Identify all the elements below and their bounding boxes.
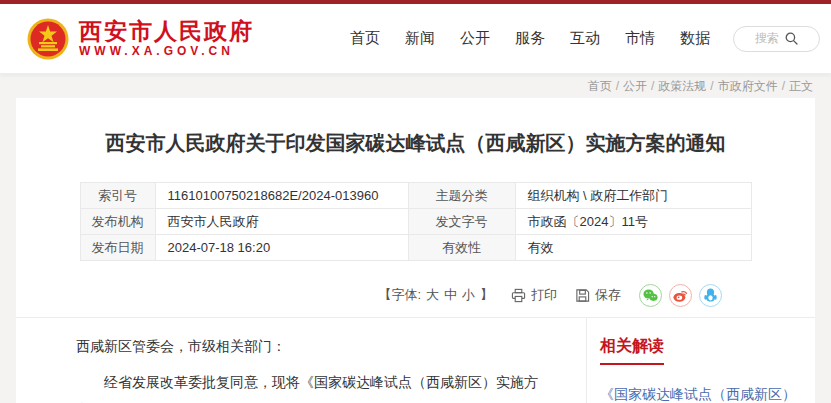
national-emblem-icon — [27, 18, 69, 60]
related-heading-underline — [600, 363, 664, 365]
article-body: 西咸新区管委会，市级相关部门： 经省发展改革委批复同意，现将《国家碳达峰试点（西… — [16, 318, 586, 403]
site-name: 西安市人民政府 — [79, 19, 254, 44]
meta-value-publish-date: 2024-07-18 16:20 — [155, 235, 408, 261]
save-button[interactable]: 保存 — [575, 286, 621, 304]
meta-value-index-number: 11610100750218682E/2024-013960 — [155, 183, 408, 209]
table-row: 索引号 11610100750218682E/2024-013960 主题分类 … — [80, 183, 751, 209]
search-placeholder: 搜索 — [755, 30, 779, 47]
meta-label-validity: 有效性 — [408, 235, 515, 261]
print-button[interactable]: 打印 — [511, 286, 557, 304]
meta-label-topic-category: 主题分类 — [408, 183, 515, 209]
nav-item-service[interactable]: 服务 — [515, 29, 545, 48]
breadcrumb-separator: / — [651, 79, 654, 93]
share-wechat-button[interactable] — [639, 284, 662, 307]
share-buttons — [639, 284, 722, 307]
article-paragraph-salutation: 西咸新区管委会，市级相关部门： — [76, 332, 562, 360]
save-icon — [575, 288, 590, 303]
breadcrumb: 首页/公开/政策法规/市政府文件/正文 — [0, 74, 831, 98]
nav-item-city[interactable]: 市情 — [625, 29, 655, 48]
font-chooser-suffix: 】 — [480, 286, 493, 304]
meta-label-issuing-agency: 发布机构 — [80, 209, 155, 235]
font-size-large[interactable]: 大 — [426, 286, 439, 304]
site-title-block: 西安市人民政府 WWW.XA.GOV.CN — [79, 19, 254, 59]
document-meta-table: 索引号 11610100750218682E/2024-013960 主题分类 … — [80, 182, 752, 261]
weibo-icon — [673, 289, 688, 302]
meta-label-publish-date: 发布日期 — [80, 235, 155, 261]
table-row: 发布机构 西安市人民政府 发文字号 市政函〔2024〕11号 — [80, 209, 751, 235]
meta-value-issuing-agency: 西安市人民政府 — [155, 209, 408, 235]
related-policy-link[interactable]: 《国家碳达峰试点（西咸新区）实施方案》政策解读 — [600, 381, 799, 403]
breadcrumb-home[interactable]: 首页 — [588, 79, 612, 93]
font-size-medium[interactable]: 中 — [444, 286, 457, 304]
site-logo[interactable]: 西安市人民政府 WWW.XA.GOV.CN — [27, 18, 254, 60]
printer-icon — [511, 288, 526, 303]
font-size-small[interactable]: 小 — [462, 286, 475, 304]
article-paragraph-main: 经省发展改革委批复同意，现将《国家碳达峰试点（西咸新区）实施方案》印发给你们，请… — [76, 368, 562, 403]
article-card: 西安市人民政府关于印发国家碳达峰试点（西咸新区）实施方案的通知 索引号 1161… — [16, 98, 815, 403]
table-row: 发布日期 2024-07-18 16:20 有效性 有效 — [80, 235, 751, 261]
nav-item-open[interactable]: 公开 — [460, 29, 490, 48]
save-label: 保存 — [595, 286, 621, 304]
nav-item-data[interactable]: 数据 — [680, 29, 710, 48]
breadcrumb-city-docs[interactable]: 市政府文件 — [718, 79, 778, 93]
page-title: 西安市人民政府关于印发国家碳达峰试点（西咸新区）实施方案的通知 — [16, 98, 815, 157]
share-qq-button[interactable] — [699, 284, 722, 307]
meta-value-validity: 有效 — [515, 235, 751, 261]
nav-item-news[interactable]: 新闻 — [405, 29, 435, 48]
wechat-icon — [643, 289, 658, 302]
article-body-row: 西咸新区管委会，市级相关部门： 经省发展改革委批复同意，现将《国家碳达峰试点（西… — [16, 318, 815, 403]
meta-label-doc-number: 发文字号 — [408, 209, 515, 235]
qq-icon — [704, 288, 717, 302]
breadcrumb-policy[interactable]: 政策法规 — [658, 79, 706, 93]
meta-value-topic-category: 组织机构 \ 政府工作部门 — [515, 183, 751, 209]
nav-item-interact[interactable]: 互动 — [570, 29, 600, 48]
print-label: 打印 — [531, 286, 557, 304]
main-nav: 首页 新闻 公开 服务 互动 市情 数据 — [350, 29, 710, 48]
share-weibo-button[interactable] — [669, 284, 692, 307]
breadcrumb-separator: / — [710, 79, 713, 93]
site-header: 西安市人民政府 WWW.XA.GOV.CN 首页 新闻 公开 服务 互动 市情 … — [0, 4, 831, 74]
related-interpretation-panel: 相关解读 《国家碳达峰试点（西咸新区）实施方案》政策解读 — [586, 318, 815, 403]
search-input[interactable]: 搜索 — [733, 26, 820, 52]
search-icon — [785, 32, 798, 45]
related-heading: 相关解读 — [600, 336, 799, 357]
meta-label-index-number: 索引号 — [80, 183, 155, 209]
nav-item-home[interactable]: 首页 — [350, 29, 380, 48]
breadcrumb-separator: / — [616, 79, 619, 93]
font-chooser-prefix: 【字体: — [378, 286, 421, 304]
breadcrumb-open[interactable]: 公开 — [623, 79, 647, 93]
meta-value-doc-number: 市政函〔2024〕11号 — [515, 209, 751, 235]
article-toolbar: 【字体: 大 中 小 】 打印 保存 — [16, 283, 815, 307]
breadcrumb-separator: / — [782, 79, 785, 93]
site-url: WWW.XA.GOV.CN — [79, 44, 254, 59]
font-size-chooser: 【字体: 大 中 小 】 — [378, 286, 493, 304]
breadcrumb-current: 正文 — [789, 79, 813, 93]
